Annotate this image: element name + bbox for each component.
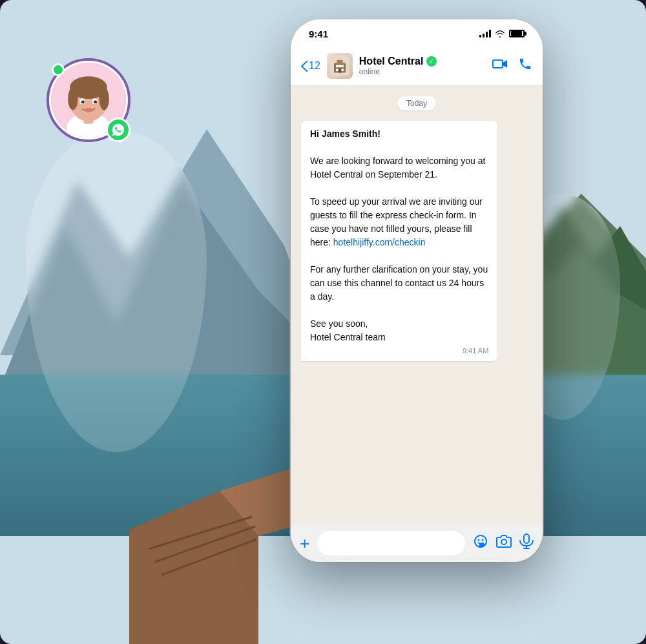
header-actions <box>492 57 532 75</box>
hotel-name: Hotel Central <box>359 56 424 67</box>
svg-point-25 <box>84 108 93 112</box>
svg-point-24 <box>94 100 97 103</box>
svg-point-19 <box>68 88 78 110</box>
chat-area: Today Hi James Smith! We are looking for… <box>291 86 543 525</box>
chat-header: 12 Hotel Central ✓ online <box>291 48 543 86</box>
message-footer: 9:41 AM <box>310 347 488 355</box>
status-bar: 9:41 <box>291 19 543 48</box>
phone-call-button[interactable] <box>518 57 532 75</box>
attach-button[interactable]: + <box>300 535 309 552</box>
verified-badge-icon: ✓ <box>426 56 437 67</box>
avatar-container <box>47 58 130 142</box>
sticker-button[interactable] <box>473 534 488 553</box>
video-call-button[interactable] <box>492 57 508 75</box>
hotel-avatar <box>327 53 353 79</box>
whatsapp-badge-icon <box>106 118 130 142</box>
svg-rect-32 <box>336 69 339 72</box>
message-bubble: Hi James Smith! We are looking forward t… <box>301 121 497 361</box>
back-count: 12 <box>309 60 320 72</box>
online-indicator <box>52 63 65 76</box>
hotel-online-status: online <box>359 67 486 76</box>
date-divider: Today <box>301 96 532 110</box>
back-chevron-icon <box>301 61 307 72</box>
battery-icon <box>509 30 525 37</box>
svg-point-23 <box>81 100 85 103</box>
mic-button[interactable] <box>519 534 534 553</box>
signal-icon <box>479 30 491 37</box>
message-signoff: See you soon,Hotel Central team <box>310 318 386 342</box>
svg-rect-33 <box>341 69 344 72</box>
message-greeting: Hi James Smith! <box>310 129 380 139</box>
hotel-name-row: Hotel Central ✓ <box>359 56 486 67</box>
hotel-info: Hotel Central ✓ online <box>359 56 486 76</box>
svg-rect-34 <box>339 69 342 73</box>
svg-rect-39 <box>524 534 529 543</box>
svg-point-20 <box>99 88 109 110</box>
svg-point-38 <box>501 539 506 545</box>
check-in-link[interactable]: hotelhijiffy.com/checkin <box>333 237 426 247</box>
back-button[interactable]: 12 <box>301 60 320 72</box>
svg-rect-28 <box>337 60 342 64</box>
svg-point-36 <box>478 539 480 541</box>
status-time: 9:41 <box>309 28 328 39</box>
svg-rect-35 <box>493 60 503 68</box>
hotel-logo-icon <box>330 56 349 76</box>
svg-rect-30 <box>341 65 344 68</box>
message-timestamp: 9:41 AM <box>463 347 488 355</box>
message-paragraph1: We are looking forward to welcoming you … <box>310 156 485 180</box>
message-input[interactable] <box>317 531 465 556</box>
status-icons <box>479 30 525 37</box>
camera-button[interactable] <box>496 534 512 553</box>
svg-point-37 <box>482 539 484 541</box>
wifi-icon <box>495 30 505 37</box>
phone-frame: 9:41 <box>291 19 543 562</box>
date-pill: Today <box>397 96 436 110</box>
svg-rect-29 <box>336 65 339 68</box>
message-paragraph3: For any further clarification on your st… <box>310 264 488 302</box>
input-bar: + <box>291 525 543 562</box>
svg-rect-31 <box>339 65 342 68</box>
message-text: Hi James Smith! We are looking forward t… <box>310 127 488 344</box>
